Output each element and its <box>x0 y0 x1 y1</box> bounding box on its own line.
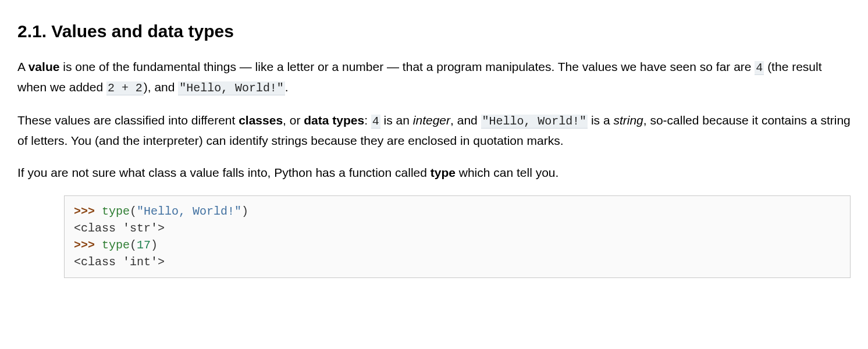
repl-prompt: >>> <box>74 238 102 252</box>
paren-close: ) <box>151 238 158 252</box>
bold-classes: classes <box>239 113 283 127</box>
em-integer: integer <box>413 113 450 127</box>
inline-code-4: 4 <box>755 61 764 75</box>
text: , and <box>450 113 481 127</box>
code-block: >>> type("Hello, World!") <class 'str'> … <box>64 195 851 278</box>
string-literal: "Hello, World!" <box>137 205 241 218</box>
text: : <box>364 113 371 127</box>
bold-type: type <box>431 166 456 179</box>
paragraph-2: These values are classified into differe… <box>17 111 851 151</box>
paren-open: ( <box>130 205 137 218</box>
text: If you are not sure what class a value f… <box>17 166 431 179</box>
keyword-type: type <box>102 238 130 252</box>
text: which can tell you. <box>456 166 558 179</box>
text: is a <box>588 113 613 127</box>
output-line: <class 'str'> <box>74 222 165 235</box>
bold-value: value <box>29 60 60 73</box>
inline-code-2-plus-2: 2 + 2 <box>106 81 144 95</box>
paragraph-1: A value is one of the fundamental things… <box>17 57 851 98</box>
number-literal: 17 <box>137 238 151 252</box>
keyword-type: type <box>102 205 130 218</box>
paren-close: ) <box>241 205 248 218</box>
text: . <box>285 80 289 94</box>
paren-open: ( <box>130 238 137 252</box>
output-line: <class 'int'> <box>74 255 165 269</box>
repl-prompt: >>> <box>74 205 102 218</box>
inline-code-hello-world: "Hello, World!" <box>178 81 284 95</box>
text: ), and <box>144 80 179 94</box>
em-string: string <box>613 113 643 127</box>
section-heading: 2.1. Values and data types <box>17 17 851 45</box>
paragraph-3: If you are not sure what class a value f… <box>17 163 851 183</box>
text: , or <box>283 113 304 127</box>
inline-code-hello-world: "Hello, World!" <box>481 115 588 129</box>
bold-data-types: data types <box>304 113 364 127</box>
text: These values are classified into differe… <box>17 113 239 127</box>
text: is one of the fundamental things — like … <box>59 60 755 73</box>
inline-code-4: 4 <box>371 115 380 129</box>
text: is an <box>380 113 413 127</box>
text: A <box>17 60 29 73</box>
